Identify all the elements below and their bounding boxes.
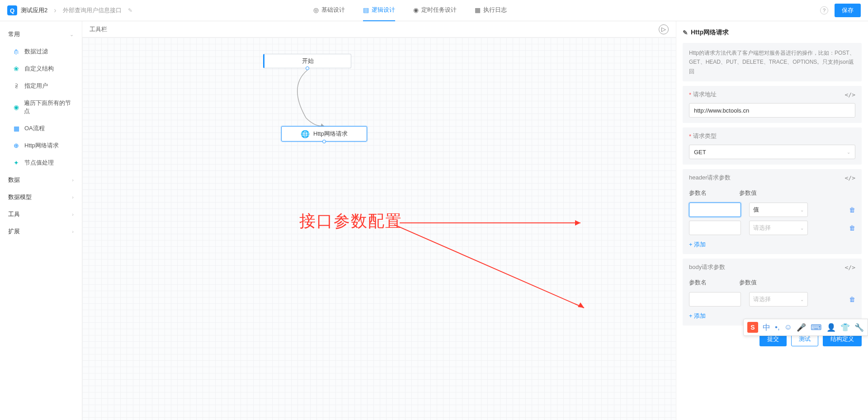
breadcrumb-page[interactable]: 外部查询用户信息接口 xyxy=(63,6,122,14)
param-value-select[interactable]: 请选择 ⌄ xyxy=(749,292,808,307)
toolbar-label: 工具栏 xyxy=(90,25,107,33)
chevron-right-icon: › xyxy=(72,177,74,183)
tab-timer-design[interactable]: ◉定时任务设计 xyxy=(413,0,457,21)
chevron-down-icon: ⌄ xyxy=(70,32,74,38)
ime-lang-icon[interactable]: 中 xyxy=(763,322,770,333)
breadcrumb: Q 测试应用2 › 外部查询用户信息接口 ✎ xyxy=(7,5,132,15)
globe-icon: ⊕ xyxy=(13,142,20,149)
clock-icon: ◉ xyxy=(413,6,419,14)
section-header-method: * 请求类型 xyxy=(683,127,862,145)
app-logo-icon: Q xyxy=(7,5,17,15)
nodes-icon: ◉ xyxy=(13,104,19,111)
section-header-url: * 请求地址 </> xyxy=(683,86,862,103)
ime-skin-icon[interactable]: 👕 xyxy=(840,323,850,332)
required-star-icon: * xyxy=(689,91,691,98)
param-name-input[interactable] xyxy=(689,203,741,217)
play-icon[interactable]: ▷ xyxy=(659,24,669,34)
sidebar-item-custom-struct[interactable]: ❀自定义结构 xyxy=(0,60,82,77)
connection-dot-icon[interactable] xyxy=(322,140,326,143)
ime-punct-icon[interactable]: •, xyxy=(775,323,780,332)
delete-icon[interactable]: 🗑 xyxy=(849,206,855,213)
properties-panel: ✎ Http网络请求 Http的请求方法代表了客户端想对服务器进行的操作，比如：… xyxy=(676,21,868,420)
sidebar-item-oa-flow[interactable]: ▦OA流程 xyxy=(0,120,82,137)
delete-icon[interactable]: 🗑 xyxy=(849,296,855,303)
sidebar-group-data-model[interactable]: 数据模型› xyxy=(0,189,82,206)
body-param-row: 请选择 ⌄ 🗑 xyxy=(683,290,862,308)
ime-settings-icon[interactable]: 🔧 xyxy=(854,323,864,332)
chevron-right-icon: › xyxy=(72,194,74,200)
tab-logic-design[interactable]: ▤逻辑设计 xyxy=(363,0,395,21)
ime-toolbar[interactable]: S 中 •, ☺ 🎤 ⌨ 👤 👕 🔧 xyxy=(743,319,868,336)
tab-basic-design[interactable]: ◎基础设计 xyxy=(313,0,345,21)
sidebar-group-data[interactable]: 数据› xyxy=(0,171,82,189)
canvas-toolbar: 工具栏 ▷ xyxy=(82,21,676,38)
chevron-down-icon: ⌄ xyxy=(800,226,804,231)
flow-icon: ▦ xyxy=(13,125,20,132)
ime-mic-icon[interactable]: 🎤 xyxy=(797,323,806,332)
param-value-select[interactable]: 请选择 ⌄ xyxy=(749,221,808,235)
ime-user-icon[interactable]: 👤 xyxy=(826,323,836,332)
ime-emoji-icon[interactable]: ☺ xyxy=(784,323,792,332)
log-icon: ▦ xyxy=(475,6,481,14)
chevron-down-icon: ⌄ xyxy=(800,208,804,212)
app-name[interactable]: 测试应用2 xyxy=(21,6,47,14)
section-url: * 请求地址 </> xyxy=(683,86,862,123)
sparkle-icon: ✦ xyxy=(13,159,20,166)
panel-title: ✎ Http网络请求 xyxy=(683,28,862,37)
code-icon[interactable]: </> xyxy=(845,91,855,98)
flow-connector-icon xyxy=(279,59,333,132)
section-header-headers: header请求参数 </> xyxy=(683,169,862,186)
flow-node-http[interactable]: 🌐 Http网络请求 xyxy=(281,126,367,142)
param-name-input[interactable] xyxy=(689,292,741,307)
save-button[interactable]: 保存 xyxy=(835,4,861,17)
main-layout: 常用 ⌄ ⫛数据过滤 ❀自定义结构 ⫔指定用户 ◉遍历下面所有的节点 ▦OA流程… xyxy=(0,21,868,420)
tab-exec-log[interactable]: ▦执行日志 xyxy=(475,0,507,21)
left-sidebar: 常用 ⌄ ⫛数据过滤 ❀自定义结构 ⫔指定用户 ◉遍历下面所有的节点 ▦OA流程… xyxy=(0,21,82,420)
list-icon: ▤ xyxy=(363,6,369,14)
param-columns: 参数名 参数值 xyxy=(683,276,862,290)
param-columns: 参数名 参数值 xyxy=(683,186,862,201)
param-name-input[interactable] xyxy=(689,221,741,235)
chevron-down-icon: ⌄ xyxy=(800,297,804,302)
struct-icon: ❀ xyxy=(13,65,20,72)
filter-icon: ⫛ xyxy=(13,48,20,55)
user-icon: ⫔ xyxy=(13,82,20,90)
sidebar-item-data-filter[interactable]: ⫛数据过滤 xyxy=(0,43,82,60)
svg-line-1 xyxy=(394,225,584,308)
ime-logo-icon[interactable]: S xyxy=(747,322,758,333)
sidebar-item-specify-user[interactable]: ⫔指定用户 xyxy=(0,77,82,94)
header-param-row: 值 ⌄ 🗑 xyxy=(683,201,862,219)
panel-description: Http的请求方法代表了客户端想对服务器进行的操作，比如：POST、GET、HE… xyxy=(683,43,862,81)
target-icon: ◎ xyxy=(313,6,319,14)
ime-keyboard-icon[interactable]: ⌨ xyxy=(811,323,822,332)
code-icon[interactable]: </> xyxy=(845,264,855,271)
sidebar-group-extend[interactable]: 扩展› xyxy=(0,223,82,240)
globe-icon: 🌐 xyxy=(301,130,310,138)
param-value-select[interactable]: 值 ⌄ xyxy=(749,203,808,217)
chevron-down-icon: ⌄ xyxy=(847,150,850,155)
sidebar-item-http-request[interactable]: ⊕Http网络请求 xyxy=(0,137,82,154)
top-header: Q 测试应用2 › 外部查询用户信息接口 ✎ ◎基础设计 ▤逻辑设计 ◉定时任务… xyxy=(0,0,868,21)
sidebar-item-traverse-nodes[interactable]: ◉遍历下面所有的节点 xyxy=(0,94,82,120)
method-select[interactable]: GET ⌄ xyxy=(689,145,855,159)
connection-dot-icon[interactable] xyxy=(306,66,309,70)
sidebar-item-node-value[interactable]: ✦节点值处理 xyxy=(0,154,82,171)
add-header-param-button[interactable]: + 添加 xyxy=(683,237,862,249)
header-tabs: ◎基础设计 ▤逻辑设计 ◉定时任务设计 ▦执行日志 xyxy=(313,0,507,21)
url-input[interactable] xyxy=(689,103,855,118)
edit-icon: ✎ xyxy=(683,29,688,36)
flow-canvas[interactable]: 开始 🌐 Http网络请求 接口参数配置 xyxy=(82,38,676,420)
delete-icon[interactable]: 🗑 xyxy=(849,224,855,231)
chevron-right-icon: › xyxy=(72,229,74,234)
sidebar-group-common[interactable]: 常用 ⌄ xyxy=(0,26,82,43)
code-icon[interactable]: </> xyxy=(845,175,855,181)
section-method: * 请求类型 GET ⌄ xyxy=(683,127,862,165)
required-star-icon: * xyxy=(689,133,691,140)
header-param-row: 请选择 ⌄ 🗑 xyxy=(683,219,862,237)
help-icon[interactable]: ? xyxy=(820,6,828,14)
canvas-area: 工具栏 ▷ 开始 🌐 Http网络请求 接口参数配置 xyxy=(82,21,676,420)
breadcrumb-separator-icon: › xyxy=(54,6,56,14)
sidebar-group-tools[interactable]: 工具› xyxy=(0,206,82,223)
edit-icon[interactable]: ✎ xyxy=(128,7,132,14)
header-actions: ? 保存 xyxy=(820,4,861,17)
